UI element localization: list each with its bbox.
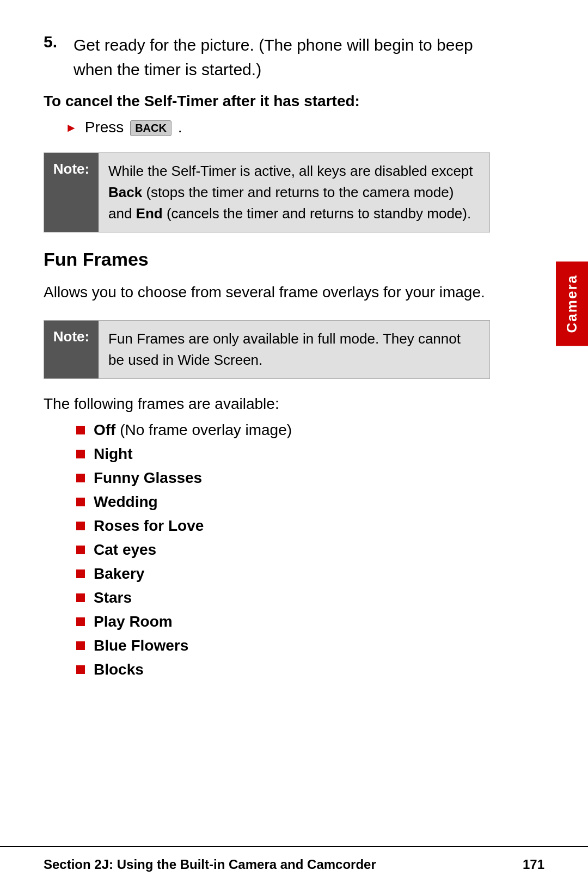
list-item: Cat eyes xyxy=(76,541,490,559)
frames-intro: The following frames are available: xyxy=(44,395,490,413)
sidebar-tab: Camera xyxy=(556,261,588,346)
red-square-icon xyxy=(76,641,85,650)
fun-frames-description: Allows you to choose from several frame … xyxy=(44,281,490,304)
red-square-icon xyxy=(76,569,85,578)
list-item: Wedding xyxy=(76,493,490,511)
fun-frames-heading: Fun Frames xyxy=(44,249,490,270)
cancel-heading: To cancel the Self-Timer after it has st… xyxy=(44,93,490,110)
list-item: Blocks xyxy=(76,661,490,678)
red-square-icon xyxy=(76,546,85,554)
red-square-icon xyxy=(76,665,85,674)
red-square-icon xyxy=(76,474,85,482)
footer: Section 2J: Using the Built-in Camera an… xyxy=(0,846,588,882)
list-item: Blue Flowers xyxy=(76,637,490,654)
press-back-item: ► Press BACK . xyxy=(65,119,490,136)
back-button-icon: BACK xyxy=(130,120,171,136)
step-5: 5. Get ready for the picture. (The phone… xyxy=(44,33,490,82)
red-arrow-icon: ► xyxy=(65,121,77,135)
step-number: 5. xyxy=(44,33,74,82)
frame-list: Off (No frame overlay image)NightFunny G… xyxy=(76,421,490,678)
note-label-2: Note: xyxy=(44,321,99,378)
note-content-1: While the Self-Timer is active, all keys… xyxy=(99,153,489,232)
step-body: Get ready for the picture. (The phone wi… xyxy=(74,33,490,82)
note-content-2: Fun Frames are only available in full mo… xyxy=(99,321,489,378)
note-box-1: Note: While the Self-Timer is active, al… xyxy=(44,152,490,232)
list-item: Stars xyxy=(76,589,490,607)
red-square-icon xyxy=(76,522,85,530)
footer-page-number: 171 xyxy=(523,857,544,872)
note-box-2: Note: Fun Frames are only available in f… xyxy=(44,320,490,379)
list-item: Bakery xyxy=(76,565,490,583)
list-item: Off (No frame overlay image) xyxy=(76,421,490,439)
press-label: Press BACK . xyxy=(85,119,182,136)
red-square-icon xyxy=(76,498,85,506)
footer-section-text: Section 2J: Using the Built-in Camera an… xyxy=(44,857,376,872)
red-square-icon xyxy=(76,426,85,434)
red-square-icon xyxy=(76,617,85,626)
red-square-icon xyxy=(76,450,85,458)
list-item: Roses for Love xyxy=(76,517,490,535)
list-item: Night xyxy=(76,445,490,463)
list-item: Play Room xyxy=(76,613,490,630)
red-square-icon xyxy=(76,593,85,602)
list-item: Funny Glasses xyxy=(76,469,490,487)
note-label-1: Note: xyxy=(44,153,99,232)
